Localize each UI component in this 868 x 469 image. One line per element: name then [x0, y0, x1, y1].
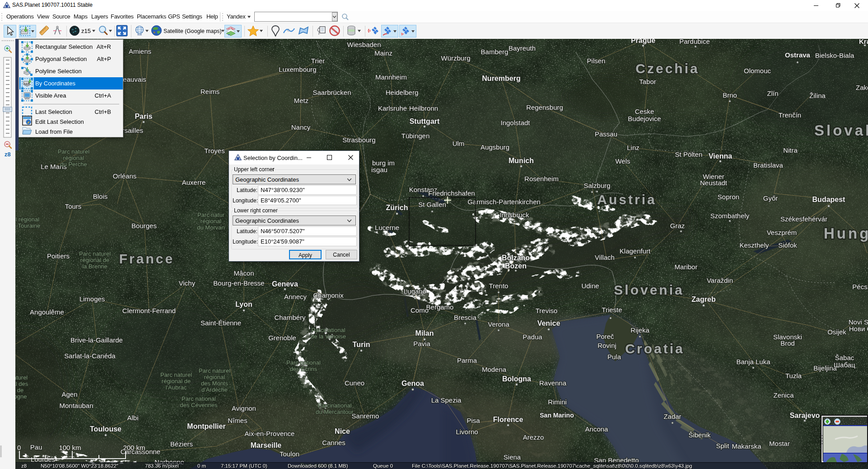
svg-text:Chambéry: Chambéry: [274, 314, 306, 321]
svg-text:Budapest: Budapest: [812, 196, 846, 203]
svg-text:Strasbourg: Strasbourg: [342, 136, 375, 144]
svg-text:Arezzo: Arezzo: [523, 433, 544, 441]
svg-text:Mainz: Mainz: [374, 49, 392, 57]
svg-text:Pilsen: Pilsen: [587, 57, 606, 65]
svg-text:St Pölten: St Pölten: [675, 150, 703, 158]
svg-text:Parc natur: Parc natur: [197, 211, 225, 218]
svg-text:Rovinj: Rovinj: [597, 342, 616, 349]
svg-text:Bielsko-Biala: Bielsko-Biala: [815, 52, 854, 59]
svg-text:régional de: régional de: [80, 257, 109, 263]
svg-text:Bologna: Bologna: [502, 375, 531, 383]
svg-text:Stuttgart: Stuttgart: [410, 117, 440, 125]
svg-text:Brescia: Brescia: [454, 314, 477, 321]
svg-text:Varaždin: Varaždin: [707, 277, 733, 284]
svg-text:Klagenfurt: Klagenfurt: [620, 247, 651, 255]
svg-text:Béziers: Béziers: [170, 440, 193, 448]
svg-text:Amiens: Amiens: [129, 47, 151, 55]
svg-text:Székesfehérvár: Székesfehérvár: [780, 215, 827, 223]
svg-text:Split: Split: [716, 442, 729, 450]
svg-text:Paris: Paris: [135, 113, 152, 120]
svg-text:Milan: Milan: [415, 329, 434, 337]
svg-text:Makarska: Makarska: [732, 442, 761, 450]
svg-text:Lucerne: Lucerne: [375, 224, 399, 231]
svg-text:Turin: Turin: [353, 341, 370, 348]
svg-text:des Cévennes: des Cévennes: [180, 402, 218, 408]
svg-text:Clermont-Ferrand: Clermont-Ferrand: [122, 307, 176, 314]
svg-text:Rosenheim: Rosenheim: [524, 175, 559, 183]
svg-text:Mostar: Mostar: [769, 440, 790, 447]
svg-text:Vienna: Vienna: [709, 152, 732, 160]
svg-text:Zenica: Zenica: [773, 391, 794, 399]
svg-text:Heilbronn: Heilbronn: [409, 104, 438, 112]
svg-text:Pavia: Pavia: [413, 340, 430, 347]
svg-text:Wels: Wels: [615, 157, 630, 165]
svg-text:Banja Luka: Banja Luka: [736, 358, 770, 366]
svg-text:Modena: Modena: [482, 366, 507, 373]
svg-text:Udine: Udine: [581, 282, 599, 290]
svg-text:Keszthely: Keszthely: [739, 241, 769, 249]
svg-text:Poreč: Poreč: [596, 333, 614, 340]
svg-text:Ravenna: Ravenna: [539, 379, 567, 387]
svg-text:La Spezia: La Spezia: [431, 396, 462, 404]
svg-text:Trenčín: Trenčín: [779, 111, 801, 119]
svg-text:Croatia: Croatia: [625, 341, 684, 356]
svg-text:Nitra: Nitra: [783, 146, 798, 154]
svg-text:Orléans: Orléans: [113, 172, 137, 180]
svg-text:Parc naturel: Parc naturel: [58, 148, 89, 155]
svg-text:régional de: régional de: [162, 378, 191, 385]
svg-text:Trier: Trier: [311, 57, 325, 65]
svg-text:Agen: Agen: [61, 390, 77, 398]
svg-text:Šibenik: Šibenik: [688, 431, 711, 439]
svg-text:des Monts: des Monts: [201, 380, 228, 387]
svg-text:ogne: ogne: [14, 393, 27, 400]
svg-text:Wiesbaden: Wiesbaden: [347, 41, 381, 48]
svg-text:régional: régional: [63, 155, 84, 161]
svg-text:Luxembourg: Luxembourg: [279, 66, 316, 73]
svg-text:Montpellier: Montpellier: [187, 422, 225, 430]
svg-text:Ulm: Ulm: [453, 140, 465, 147]
svg-text:Sarajevo: Sarajevo: [790, 412, 820, 419]
svg-text:Salzburg: Salzburg: [583, 182, 610, 189]
svg-text:l'Aubrac: l'Aubrac: [166, 384, 187, 391]
svg-text:Siena: Siena: [504, 453, 521, 461]
svg-text:Lugano: Lugano: [404, 287, 426, 295]
svg-text:Graz: Graz: [670, 222, 685, 230]
svg-text:Aix-en-Provence: Aix-en-Provence: [245, 430, 295, 437]
svg-text:Angoulême: Angoulême: [30, 308, 64, 316]
svg-text:Mannheim: Mannheim: [375, 73, 407, 81]
svg-text:Zadar: Zadar: [663, 413, 681, 420]
svg-text:Metz: Metz: [294, 97, 309, 104]
svg-text:de: de: [17, 387, 23, 394]
svg-text:Passau: Passau: [595, 130, 617, 138]
svg-text:Padua: Padua: [523, 333, 542, 341]
svg-text:Tübingen: Tübingen: [401, 132, 430, 140]
svg-text:Sarlat-la-Canéda: Sarlat-la-Canéda: [64, 352, 116, 360]
svg-text:Zlín: Zlín: [767, 89, 778, 97]
svg-text:Trieste: Trieste: [602, 306, 622, 314]
svg-text:Нови C: Нови C: [849, 325, 868, 333]
svg-text:Chamonix: Chamonix: [313, 291, 344, 299]
svg-text:Osijek: Osijek: [827, 328, 846, 336]
svg-text:Genoa: Genoa: [401, 380, 424, 387]
svg-text:Reims: Reims: [201, 88, 220, 95]
svg-text:Annecy: Annecy: [284, 293, 307, 300]
svg-text:Cuneo: Cuneo: [345, 379, 364, 387]
svg-text:Venice: Venice: [537, 319, 560, 327]
svg-text:Bourg-en-Bresse: Bourg-en-Bresse: [213, 279, 264, 287]
svg-text:Sopron: Sopron: [718, 193, 739, 201]
svg-text:Treviso: Treviso: [536, 307, 558, 314]
svg-text:Ancona: Ancona: [585, 425, 609, 433]
svg-text:Šabac: Šabac: [835, 354, 854, 361]
svg-text:Innsbruck: Innsbruck: [499, 211, 529, 219]
svg-text:régional: régional: [201, 218, 221, 225]
svg-text:Pisa: Pisa: [467, 417, 480, 424]
svg-text:200 km: 200 km: [123, 444, 145, 451]
svg-text:Nice: Nice: [335, 427, 350, 435]
svg-text:Tours: Tours: [65, 202, 82, 210]
svg-text:Villach: Villach: [595, 253, 615, 261]
svg-text:Vichy: Vichy: [179, 279, 196, 287]
svg-text:Toulouse: Toulouse: [90, 425, 121, 433]
svg-text:Slovaki: Slovaki: [814, 122, 868, 139]
svg-text:Bozen: Bozen: [505, 262, 527, 270]
svg-text:Blois: Blois: [93, 192, 108, 200]
